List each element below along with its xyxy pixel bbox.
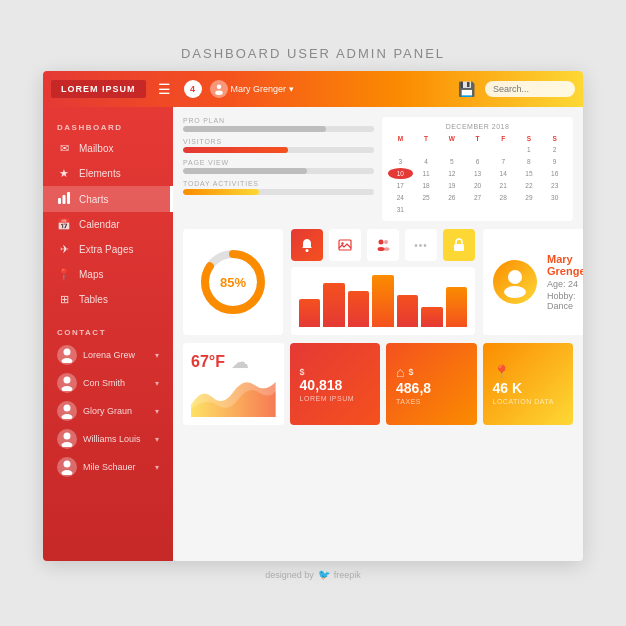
svg-point-22 <box>384 240 388 244</box>
cal-day-31[interactable]: 31 <box>388 204 413 215</box>
cal-day-6[interactable]: 6 <box>465 156 490 167</box>
cal-day-9[interactable]: 9 <box>542 156 567 167</box>
cal-day-29[interactable]: 29 <box>517 192 542 203</box>
progress-bar-bg-1 <box>183 147 374 153</box>
cal-day-21[interactable]: 21 <box>491 180 516 191</box>
cal-day-2[interactable]: 2 <box>542 144 567 155</box>
sidebar-item-charts[interactable]: Charts <box>43 186 173 212</box>
cal-day-14[interactable]: 14 <box>491 168 516 179</box>
cal-empty-4: . <box>465 144 490 155</box>
notification-badge[interactable]: 4 <box>184 80 202 98</box>
cal-day-header-t: T <box>414 134 439 143</box>
cal-day-16[interactable]: 16 <box>542 168 567 179</box>
location-icon: 📍 <box>493 364 510 380</box>
cal-day-25[interactable]: 25 <box>414 192 439 203</box>
cal-day-11[interactable]: 11 <box>414 168 439 179</box>
cal-day-24[interactable]: 24 <box>388 192 413 203</box>
cal-empty-3: . <box>439 144 464 155</box>
star-icon: ★ <box>57 167 71 180</box>
cal-day-19[interactable]: 19 <box>439 180 464 191</box>
icon-buttons-container: ••• <box>291 229 475 335</box>
cal-day-28[interactable]: 28 <box>491 192 516 203</box>
svg-point-10 <box>62 414 73 419</box>
contact-chevron-3: ▾ <box>155 435 159 444</box>
stat-dollar-icon: $ <box>300 367 305 377</box>
cal-day-4[interactable]: 4 <box>414 156 439 167</box>
svg-point-0 <box>216 85 221 90</box>
contact-item-1[interactable]: Con Smith ▾ <box>43 369 173 397</box>
cal-day-8[interactable]: 8 <box>517 156 542 167</box>
sidebar-label-calendar: Calendar <box>79 219 120 230</box>
user-chevron: ▾ <box>289 84 294 94</box>
bar-3 <box>372 275 393 327</box>
middle-row: 85% <box>183 229 573 335</box>
cal-day-12[interactable]: 12 <box>439 168 464 179</box>
menu-icon[interactable]: ☰ <box>154 78 176 100</box>
stat-value-1: 486,8 <box>396 380 466 396</box>
bar-fill-3 <box>372 275 393 327</box>
svg-rect-3 <box>63 195 66 204</box>
home-icon: ⌂ <box>396 364 404 380</box>
contact-item-4[interactable]: Mile Schauer ▾ <box>43 453 173 481</box>
lock-btn[interactable] <box>443 229 475 261</box>
cal-day-7[interactable]: 7 <box>491 156 516 167</box>
cal-day-header-w: W <box>439 134 464 143</box>
contact-name-1: Con Smith <box>83 378 149 388</box>
search-input[interactable] <box>485 81 575 97</box>
user-age: Age: 24 <box>547 279 583 289</box>
cal-day-1[interactable]: 1 <box>517 144 542 155</box>
contact-avatar-1 <box>57 373 77 393</box>
weather-temp: 67°F <box>191 353 225 371</box>
svg-point-23 <box>384 247 390 251</box>
notification-btn[interactable] <box>291 229 323 261</box>
calendar-header: DECEMBER 2018 <box>388 123 567 130</box>
svg-point-26 <box>504 286 526 298</box>
user-menu[interactable]: Mary Grenger ▾ <box>210 80 295 98</box>
cal-day-27[interactable]: 27 <box>465 192 490 203</box>
svg-point-12 <box>62 442 73 447</box>
users-btn[interactable] <box>367 229 399 261</box>
svg-rect-4 <box>67 192 70 204</box>
contact-item-2[interactable]: Glory Graun ▾ <box>43 397 173 425</box>
progress-item-0: PRO PLAN <box>183 117 374 132</box>
sidebar-item-elements[interactable]: ★ Elements <box>43 161 173 186</box>
charts-icon <box>57 192 71 206</box>
svg-point-5 <box>64 349 71 356</box>
stat-card-2: 📍 46 K LOCATION DATA <box>483 343 573 425</box>
svg-point-8 <box>62 386 73 391</box>
progress-label-0: PRO PLAN <box>183 117 374 124</box>
image-btn[interactable] <box>329 229 361 261</box>
cal-day-22[interactable]: 22 <box>517 180 542 191</box>
more-btn[interactable]: ••• <box>405 229 437 261</box>
sidebar-item-extra-pages[interactable]: ✈ Extra Pages <box>43 237 173 262</box>
cal-day-20[interactable]: 20 <box>465 180 490 191</box>
save-icon[interactable]: 💾 <box>455 78 477 100</box>
sidebar-item-mailbox[interactable]: ✉ Mailbox <box>43 136 173 161</box>
footer-brand: freepik <box>334 570 361 580</box>
cal-day-26[interactable]: 26 <box>439 192 464 203</box>
sidebar-item-maps[interactable]: 📍 Maps <box>43 262 173 287</box>
contact-item-3[interactable]: Williams Louis ▾ <box>43 425 173 453</box>
cal-day-18[interactable]: 18 <box>414 180 439 191</box>
footer-text: designed by <box>265 570 314 580</box>
bottom-row: 67°F ☁ <box>183 343 573 425</box>
sidebar-item-tables[interactable]: ⊞ Tables <box>43 287 173 312</box>
contact-chevron-0: ▾ <box>155 351 159 360</box>
cal-day-23[interactable]: 23 <box>542 180 567 191</box>
cal-day-3[interactable]: 3 <box>388 156 413 167</box>
contact-item-0[interactable]: Lorena Grew ▾ <box>43 341 173 369</box>
user-info: Mary Grenger Age: 24 Hobby: Dance <box>547 253 583 311</box>
cal-day-15[interactable]: 15 <box>517 168 542 179</box>
cal-day-10[interactable]: 10 <box>388 168 413 179</box>
bar-fill-1 <box>323 283 344 327</box>
cal-day-30[interactable]: 30 <box>542 192 567 203</box>
cal-empty-5: . <box>491 144 516 155</box>
bar-fill-4 <box>397 295 418 327</box>
cal-day-header-f: F <box>491 134 516 143</box>
cal-day-13[interactable]: 13 <box>465 168 490 179</box>
cal-day-17[interactable]: 17 <box>388 180 413 191</box>
svg-point-6 <box>62 358 73 363</box>
cal-day-5[interactable]: 5 <box>439 156 464 167</box>
sidebar-label-tables: Tables <box>79 294 108 305</box>
sidebar-item-calendar[interactable]: 📅 Calendar <box>43 212 173 237</box>
